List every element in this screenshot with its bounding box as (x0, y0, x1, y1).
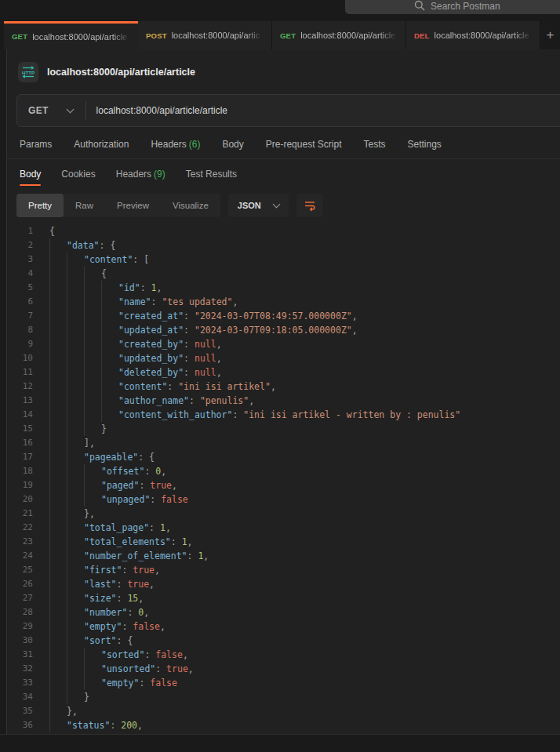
tab-label: localhost:8000/api/article (300, 31, 398, 40)
workspace-tab[interactable]: DELlocalhost:8000/api/article (406, 21, 540, 49)
code-line: 18"offset": 0, (7, 464, 560, 478)
code-line: 28"number": 0, (7, 605, 560, 619)
view-mode-switcher: PrettyRawPreviewVisualize (16, 194, 220, 217)
tab-label: Body (20, 169, 41, 180)
code-line: 11"deleted_by": null, (7, 365, 560, 380)
code-line: 26"last": true, (7, 577, 560, 591)
response-body-viewer[interactable]: 1{2"data": {3"content": [4{5"id": 1,6"na… (7, 222, 560, 736)
tab-method-badge: GET (280, 31, 296, 40)
workspace-tab[interactable]: GETlocalhost:8000/api/article (4, 21, 138, 49)
new-tab-button[interactable]: + (540, 21, 560, 49)
svg-text:HTTP: HTTP (22, 69, 35, 74)
tab-count-badge: (6) (189, 139, 201, 150)
code-line: 15} (7, 422, 560, 436)
code-line: 2"data": { (7, 238, 560, 252)
line-number: 16 (7, 436, 43, 450)
request-tab-authorization[interactable]: Authorization (74, 139, 129, 150)
line-number: 24 (7, 549, 43, 563)
line-number: 13 (7, 394, 43, 408)
line-number: 11 (7, 365, 43, 380)
line-number: 4 (7, 267, 43, 281)
method-dropdown[interactable]: GET (17, 95, 85, 126)
tab-label: Settings (408, 139, 442, 150)
tab-label: Headers (116, 169, 151, 180)
tab-label: localhost:8000/api/article (435, 31, 532, 40)
request-tab-body[interactable]: Body (222, 139, 243, 150)
wrap-text-button[interactable] (296, 194, 323, 217)
code-line: 34} (7, 690, 560, 704)
postman-window: Search Postman GETlocalhost:8000/api/art… (0, 0, 560, 752)
code-line: 7"created_at": "2024-03-07T08:49:57.0000… (7, 309, 560, 323)
view-mode-visualize[interactable]: Visualize (161, 194, 220, 217)
tab-label: Test Results (186, 169, 237, 180)
view-mode-raw[interactable]: Raw (64, 194, 105, 217)
line-number: 28 (7, 605, 43, 619)
line-number: 7 (7, 309, 43, 323)
line-number: 32 (7, 662, 43, 676)
tab-label: localhost:8000/api/artic (172, 31, 264, 40)
chevron-down-icon (66, 106, 74, 114)
request-tab-tests[interactable]: Tests (363, 139, 385, 150)
code-line: 31"sorted": false, (7, 648, 560, 662)
tab-label: Authorization (74, 139, 129, 150)
tab-label: Tests (363, 139, 385, 150)
request-tab-headers[interactable]: Headers(6) (151, 139, 200, 150)
tab-count-badge: (9) (154, 169, 165, 180)
line-number: 19 (7, 478, 43, 492)
request-panel: HTTP localhost:8000/api/article/article … (6, 49, 560, 735)
response-tab-headers[interactable]: Headers(9) (116, 159, 165, 189)
code-line: 25"first": true, (7, 563, 560, 577)
global-search-input[interactable]: Search Postman (345, 0, 560, 14)
code-line: 6"name": "tes updated", (7, 295, 560, 309)
code-line: 35}, (7, 704, 560, 718)
tab-method-badge: GET (12, 32, 27, 41)
tab-label: localhost:8000/api/article (32, 32, 130, 42)
view-mode-preview[interactable]: Preview (105, 194, 161, 217)
line-number: 31 (7, 648, 43, 662)
request-title: localhost:8000/api/article/article (47, 67, 195, 78)
code-line: 12"content": "ini isi artikel", (7, 380, 560, 394)
request-header: HTTP localhost:8000/api/article/article (7, 49, 560, 94)
code-line: 22"total_page": 1, (7, 521, 560, 535)
line-number: 35 (7, 704, 43, 718)
search-icon (414, 0, 425, 11)
request-tab-params[interactable]: Params (20, 139, 52, 150)
view-mode-pretty[interactable]: Pretty (16, 194, 64, 217)
code-line: 32"unsorted": true, (7, 662, 560, 676)
response-tab-cookies[interactable]: Cookies (61, 159, 95, 189)
code-line: 36"status": 200, (7, 718, 560, 732)
workspace-tab[interactable]: GETlocalhost:8000/api/article (272, 21, 406, 49)
workspace-tab[interactable]: POSTlocalhost:8000/api/artic (138, 21, 272, 49)
code-line: 14"content_with_author": "ini isi artike… (7, 408, 560, 422)
code-line: 27"size": 15, (7, 591, 560, 605)
chevron-down-icon (272, 201, 280, 209)
request-tab-settings[interactable]: Settings (408, 139, 442, 150)
response-tab-test-results[interactable]: Test Results (186, 159, 237, 189)
line-number: 34 (7, 690, 43, 704)
code-line: 1{ (7, 224, 560, 238)
request-tab-pre-request-script[interactable]: Pre-request Script (266, 139, 342, 150)
line-number: 27 (7, 591, 43, 605)
tab-label: Body (222, 139, 243, 150)
line-number: 17 (7, 450, 43, 464)
method-label: GET (28, 105, 49, 116)
line-number: 12 (7, 380, 43, 394)
http-request-icon: HTTP (18, 62, 38, 82)
code-line: 30"sort": { (7, 634, 560, 648)
line-number: 33 (7, 676, 43, 690)
tab-label: Cookies (61, 169, 95, 180)
response-tab-body[interactable]: Body (20, 159, 41, 189)
line-number: 18 (7, 464, 43, 478)
response-view-bar: PrettyRawPreviewVisualize JSON (7, 189, 560, 222)
line-number: 5 (7, 281, 43, 295)
code-line: 3"content": [ (7, 252, 560, 267)
line-number: 10 (7, 351, 43, 365)
line-number: 1 (7, 224, 43, 238)
code-line: 19"paged": true, (7, 478, 560, 492)
code-line: 20"unpaged": false (7, 492, 560, 507)
url-input[interactable]: localhost:8000/api/article/article (96, 105, 227, 116)
status-bar (0, 734, 560, 752)
line-number: 36 (7, 718, 43, 732)
format-dropdown[interactable]: JSON (228, 194, 289, 217)
code-lines: 1{2"data": {3"content": [4{5"id": 1,6"na… (7, 224, 560, 732)
